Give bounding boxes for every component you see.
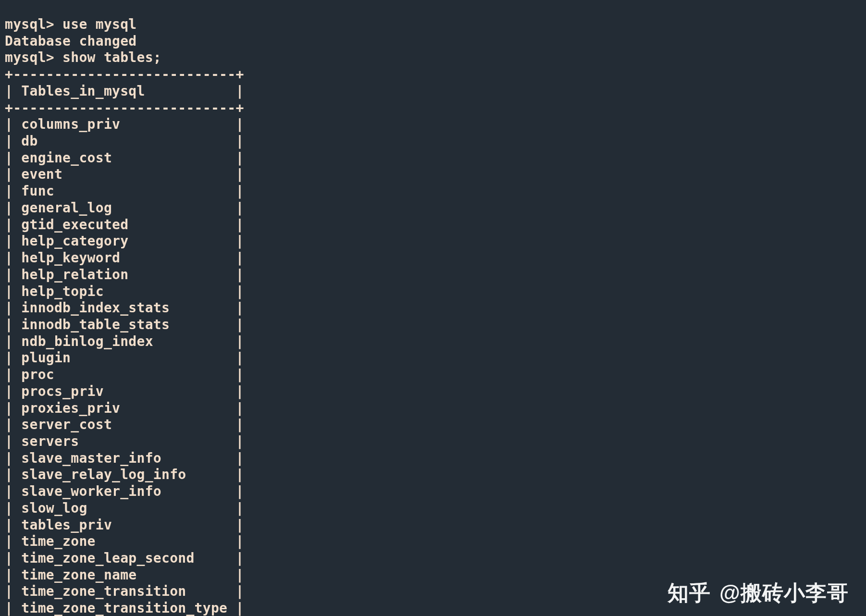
watermark-handle: @搬砖小李哥 [719, 579, 849, 607]
zhihu-logo: 知乎 [668, 579, 711, 607]
watermark: 知乎 @搬砖小李哥 [668, 579, 849, 607]
terminal-output: mysql> use mysql Database changed mysql>… [0, 13, 866, 616]
